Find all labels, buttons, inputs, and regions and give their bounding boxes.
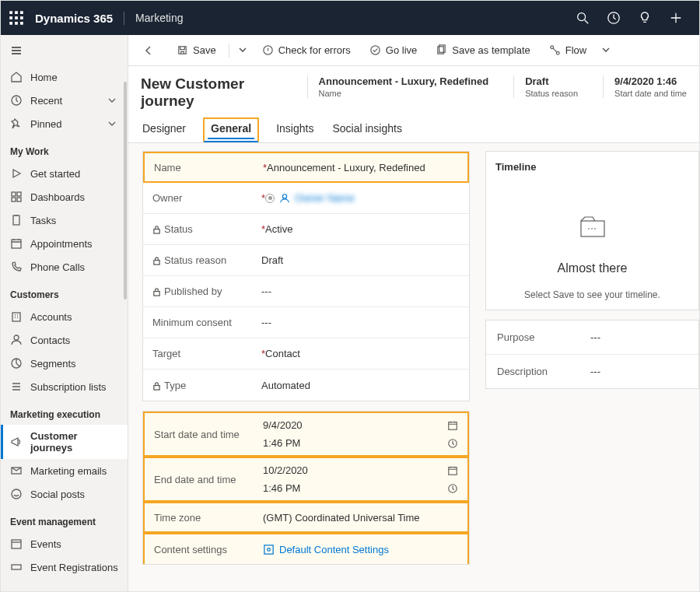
schedule-card: Start date and time 9/4/2020 1:46 PM End…: [142, 411, 470, 565]
add-icon[interactable]: [660, 1, 691, 35]
svg-rect-35: [154, 292, 159, 296]
sidebar-item-marketingemails[interactable]: Marketing emails: [1, 459, 128, 482]
field-timezone[interactable]: Time zone (GMT) Coordinated Universal Ti…: [143, 502, 469, 533]
lightbulb-icon[interactable]: [629, 1, 660, 35]
sidebar-group-mywork: My Work: [1, 135, 128, 162]
flow-dropdown[interactable]: [597, 41, 614, 59]
dashboard-icon: [10, 191, 23, 203]
clipboard-icon: [10, 214, 23, 226]
sidebar-item-label: Accounts: [30, 311, 72, 323]
field-owner[interactable]: Owner* Owner Name: [143, 183, 469, 214]
back-button[interactable]: [138, 40, 159, 61]
field-description[interactable]: Description---: [486, 355, 698, 388]
sidebar-item-label: Contacts: [30, 335, 70, 346]
svg-rect-41: [264, 545, 273, 553]
svg-rect-6: [9, 22, 12, 25]
svg-rect-18: [12, 313, 20, 321]
chevron-down-icon: [106, 94, 118, 107]
sidebar-item-eventregistrations[interactable]: Event Registrations: [1, 555, 128, 579]
cmd-label: Flow: [565, 44, 586, 56]
svg-rect-34: [154, 261, 159, 265]
clock-icon[interactable]: [447, 483, 458, 494]
save-button[interactable]: Save: [169, 41, 224, 59]
lock-icon: [152, 256, 161, 264]
sidebar-item-getstarted[interactable]: Get started: [1, 162, 128, 185]
svg-rect-23: [12, 540, 21, 548]
sidebar-item-events[interactable]: Events: [1, 532, 128, 555]
person-icon: [10, 334, 23, 346]
sidebar-item-subscriptionlists[interactable]: Subscription lists: [1, 375, 128, 398]
field-purpose[interactable]: Purpose---: [486, 321, 698, 355]
command-bar: Save Check for errors Go live Save as te…: [128, 35, 699, 66]
tab-social-insights[interactable]: Social insights: [331, 117, 404, 142]
calendar-icon[interactable]: [447, 420, 458, 431]
ticket-icon: [10, 561, 23, 573]
folder-icon: [577, 212, 608, 243]
sidebar-item-appointments[interactable]: Appointments: [1, 232, 128, 255]
sidebar-item-customerjourneys[interactable]: Customer journeys: [1, 425, 128, 459]
save-dropdown[interactable]: [234, 41, 251, 59]
search-icon[interactable]: [567, 1, 598, 35]
sidebar-item-contacts[interactable]: Contacts: [1, 328, 128, 352]
sidebar-scrollbar[interactable]: [124, 82, 127, 300]
sidebar-item-label: Social posts: [30, 489, 85, 500]
calendar-icon: [10, 538, 23, 550]
module-name[interactable]: Marketing: [124, 12, 183, 24]
svg-point-42: [268, 548, 271, 551]
svg-rect-39: [449, 467, 457, 475]
brand-name[interactable]: Dynamics 365: [35, 12, 124, 25]
header-status[interactable]: DraftStatus reason: [513, 75, 589, 98]
sidebar-item-home[interactable]: Home: [1, 65, 128, 89]
assistant-icon[interactable]: [598, 1, 629, 35]
sidebar-item-tasks[interactable]: Tasks: [1, 208, 128, 232]
tab-bar: Designer General Insights Social insight…: [128, 110, 699, 143]
sidebar-item-segments[interactable]: Segments: [1, 352, 128, 375]
global-topbar: Dynamics 365 Marketing: [1, 1, 699, 35]
timeline-title: Timeline: [495, 161, 537, 173]
flow-button[interactable]: Flow: [541, 41, 594, 59]
field-name[interactable]: Name* Announcement - Luxury, Redefined: [143, 152, 469, 183]
svg-rect-17: [12, 240, 21, 248]
app-launcher-icon[interactable]: [9, 10, 24, 26]
field-startdate[interactable]: Start date and time 9/4/2020 1:46 PM: [143, 412, 469, 457]
sidebar-item-label: Tasks: [30, 215, 56, 226]
sidebar-group-customers: Customers: [1, 278, 128, 305]
lock-icon: [152, 287, 161, 296]
field-contentsettings[interactable]: Content settings Default Content Setting…: [143, 533, 469, 564]
svg-point-9: [578, 13, 586, 21]
svg-rect-1: [15, 11, 18, 14]
lock-icon: [152, 381, 161, 390]
svg-rect-36: [154, 385, 159, 390]
field-target[interactable]: Target* Contact: [143, 338, 469, 370]
svg-rect-0: [9, 11, 12, 14]
sidebar-item-accounts[interactable]: Accounts: [1, 305, 128, 328]
sidebar-item-dashboards[interactable]: Dashboards: [1, 185, 128, 208]
svg-rect-7: [15, 22, 18, 25]
sidebar-item-phonecalls[interactable]: Phone Calls: [1, 255, 128, 278]
play-icon: [10, 167, 23, 180]
tab-designer[interactable]: Designer: [141, 117, 187, 142]
svg-rect-8: [20, 22, 23, 25]
calendar-icon[interactable]: [447, 465, 458, 476]
header-startdate[interactable]: 9/4/2020 1:46Start date and time: [603, 75, 687, 98]
field-enddate[interactable]: End date and time 10/2/2020 1:46 PM: [143, 457, 469, 502]
clock-icon[interactable]: [447, 438, 458, 449]
sidebar-item-socialposts[interactable]: Social posts: [1, 482, 128, 506]
header-name[interactable]: Announcement - Luxury, RedefinedName: [307, 75, 500, 98]
sidebar-item-recent[interactable]: Recent: [1, 89, 128, 112]
cmd-label: Go live: [386, 44, 417, 56]
tab-general[interactable]: General: [203, 117, 259, 142]
tab-insights[interactable]: Insights: [275, 117, 315, 142]
golive-button[interactable]: Go live: [362, 41, 425, 59]
svg-rect-5: [20, 16, 23, 19]
page-title: New Customer journey: [141, 75, 293, 110]
sidebar-item-pinned[interactable]: Pinned: [1, 112, 128, 135]
saveastemplate-button[interactable]: Save as template: [428, 41, 537, 59]
general-card: Name* Announcement - Luxury, Redefined O…: [142, 151, 470, 401]
field-statusreason: Status reason Draft: [143, 245, 469, 276]
cmd-label: Check for errors: [278, 44, 351, 56]
checkerrors-button[interactable]: Check for errors: [254, 41, 359, 59]
field-minconsent[interactable]: Minimum consent ---: [143, 307, 469, 338]
hamburger-icon[interactable]: [1, 38, 128, 65]
svg-point-27: [371, 46, 380, 54]
